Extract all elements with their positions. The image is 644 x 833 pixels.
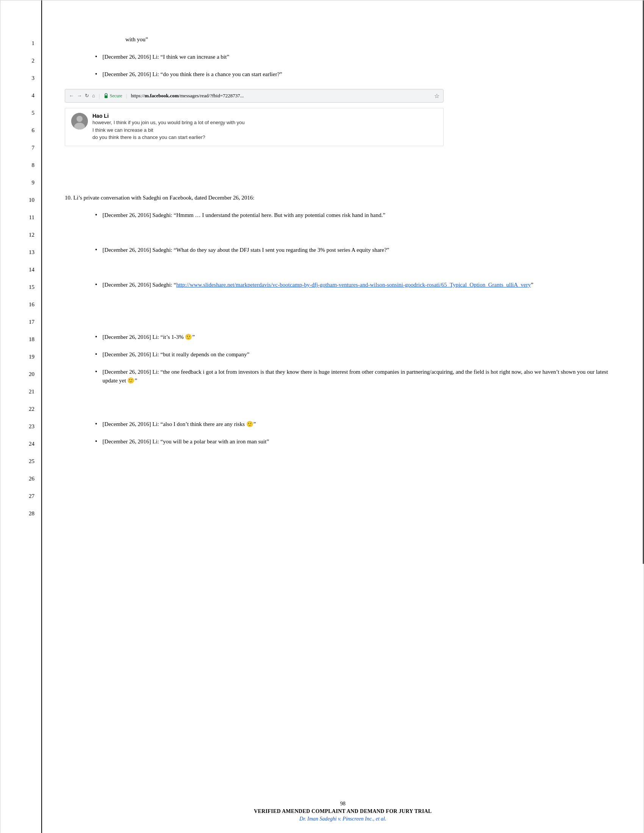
secure-label: Secure: [110, 93, 122, 99]
row-28-blank: [65, 524, 613, 541]
row13-text: [December 26, 2016] Sadeghi: “What do th…: [103, 246, 390, 254]
row11-text: [December 26, 2016] Sadeghi: “Hmmm … I u…: [103, 211, 385, 220]
row-4-browser: ← → ↻ ⌂ | Secure | https://m.facebook.co…: [65, 87, 613, 106]
line-19: 19: [0, 348, 41, 365]
browser-secure-indicator: Secure: [104, 93, 122, 99]
line-3: 3: [0, 69, 41, 87]
line-23: 23: [0, 418, 41, 435]
browser-address-bar[interactable]: ← → ↻ ⌂ | Secure | https://m.facebook.co…: [65, 89, 444, 103]
row2-text: [December 26, 2016] Li: “I think we can …: [103, 53, 229, 61]
row-2: • [December 26, 2016] Li: “I think we ca…: [65, 52, 613, 69]
avatar-image: [71, 113, 88, 130]
line-numbers: 1 2 3 4 5 6 7 8 9 10 11 12 13 14 15 16 1…: [0, 0, 42, 833]
bullet-dot-18: •: [95, 351, 97, 359]
line-17: 17: [0, 313, 41, 331]
bullet-dot-22: •: [95, 421, 97, 429]
facebook-message-box: Hao Li however, I think if you join us, …: [65, 108, 444, 146]
line-28: 28: [0, 505, 41, 522]
row-13-14: • [December 26, 2016] Sadeghi: “What do …: [65, 245, 613, 280]
fb-message-line2: I think we can increase a bit: [92, 127, 437, 134]
browser-home-button[interactable]: ⌂: [92, 93, 95, 99]
bullet-dot-13: •: [95, 246, 97, 254]
fb-sender-area: Hao Li however, I think if you join us, …: [71, 113, 437, 141]
row-26-blank: [65, 489, 613, 506]
browser-separator: |: [99, 93, 100, 99]
slideshare-link[interactable]: http://www.slideshare.net/markpeterdavis…: [176, 282, 531, 288]
line-5: 5: [0, 104, 41, 122]
avatar: [71, 113, 88, 130]
line-24: 24: [0, 435, 41, 452]
line-18: 18: [0, 331, 41, 348]
fb-message-line3: do you think there is a chance you can s…: [92, 133, 437, 141]
link-part2: by-dfj-gotham-ventures-and-wilson-sonsin…: [304, 282, 450, 288]
browser-bookmark-star[interactable]: ☆: [434, 92, 440, 100]
row-18: • [December 26, 2016] Li: “but it really…: [65, 349, 613, 367]
content-area: with you” • [December 26, 2016] Li: “I t…: [42, 0, 644, 564]
bullet-dot-15: •: [95, 281, 97, 289]
browser-forward-button[interactable]: →: [77, 93, 82, 99]
row-1: with you”: [65, 34, 613, 52]
row-10: 10. Li’s private conversation with Sadeg…: [65, 193, 613, 210]
line-2: 2: [0, 52, 41, 69]
footer-title: VERIFIED AMENDED COMPLAINT AND DEMAND FO…: [254, 808, 432, 814]
browser-back-button[interactable]: ←: [69, 93, 74, 99]
line-6: 6: [0, 122, 41, 139]
bullet-dot-2: •: [95, 53, 97, 61]
bullet-dot-17: •: [95, 334, 97, 341]
row-24-blank: [65, 454, 613, 471]
fb-message-line1: however, I think if you join us, you wou…: [92, 119, 437, 127]
line-9: 9: [0, 174, 41, 191]
line-16: 16: [0, 296, 41, 313]
page-footer: 98 VERIFIED AMENDED COMPLAINT AND DEMAND…: [42, 801, 644, 822]
row18-text: [December 26, 2016] Li: “but it really d…: [103, 350, 250, 359]
line-14: 14: [0, 261, 41, 278]
browser-refresh-button[interactable]: ↻: [85, 93, 89, 99]
lock-icon: [104, 93, 108, 98]
line-1: 1: [0, 34, 41, 52]
row-27-blank: [65, 506, 613, 524]
line-22: 22: [0, 400, 41, 418]
row22-text: [December 26, 2016] Li: “also I don’t th…: [103, 420, 256, 429]
bullet-dot-19: •: [95, 368, 97, 386]
fb-sender-name: Hao Li: [92, 113, 437, 119]
row15-text: [December 26, 2016] Sadeghi: “http://www…: [103, 281, 533, 289]
line-4: 4: [0, 87, 41, 104]
bullet-dot-23: •: [95, 438, 97, 446]
line-11: 11: [0, 209, 41, 226]
url-pre: https://: [131, 93, 145, 98]
line-27: 27: [0, 487, 41, 505]
bullet14-suffix: ”: [531, 282, 533, 288]
line-25: 25: [0, 452, 41, 470]
row-11-12: • [December 26, 2016] Sadeghi: “Hmmm … I…: [65, 210, 613, 245]
browser-url-text[interactable]: https://m.facebook.com/messages/read/?fb…: [131, 93, 431, 99]
line-10: 10: [0, 191, 41, 209]
link-part3: Typical_Option_Grants_ulliA_very: [450, 282, 531, 288]
row3-text: [December 26, 2016] Li: “do you think th…: [103, 70, 282, 79]
link-part1: http://www.slideshare.net/markpeterdavis…: [176, 282, 304, 288]
line-20: 20: [0, 365, 41, 383]
footer-subtitle: Dr. Iman Sadeghi v. Pinscreen Inc., et a…: [299, 816, 386, 822]
row-15-17: • [December 26, 2016] Sadeghi: “http://w…: [65, 280, 613, 332]
line-26: 26: [0, 470, 41, 487]
browser-url-separator: |: [126, 93, 127, 99]
page-number: 98: [340, 801, 346, 807]
row-9-blank: [65, 175, 613, 193]
line-13: 13: [0, 243, 41, 261]
row1-text: with you”: [126, 35, 148, 44]
row-23: • [December 26, 2016] Li: “you will be a…: [65, 437, 613, 454]
fb-message-content: Hao Li however, I think if you join us, …: [92, 113, 437, 141]
line-21: 21: [0, 383, 41, 400]
row23-text: [December 26, 2016] Li: “you will be a p…: [103, 437, 269, 446]
line-7: 7: [0, 139, 41, 156]
row19-text: [December 26, 2016] Li: “the one feedbac…: [103, 368, 613, 386]
line-8: 8: [0, 156, 41, 174]
url-path: /messages/read/?fbid=7228737...: [179, 93, 244, 98]
bullet14-pre: [December 26, 2016] Sadeghi: “: [103, 282, 177, 288]
row-17: • [December 26, 2016] Li: “it’s 1-3% 🙂”: [65, 332, 613, 349]
svg-point-2: [77, 116, 82, 122]
line-12: 12: [0, 226, 41, 243]
row10-text: 10. Li’s private conversation with Sadeg…: [65, 193, 254, 202]
row-22: • [December 26, 2016] Li: “also I don’t …: [65, 419, 613, 437]
bullet-dot-3: •: [95, 71, 97, 79]
row-5-8-fb-message: Hao Li however, I think if you join us, …: [65, 106, 613, 175]
